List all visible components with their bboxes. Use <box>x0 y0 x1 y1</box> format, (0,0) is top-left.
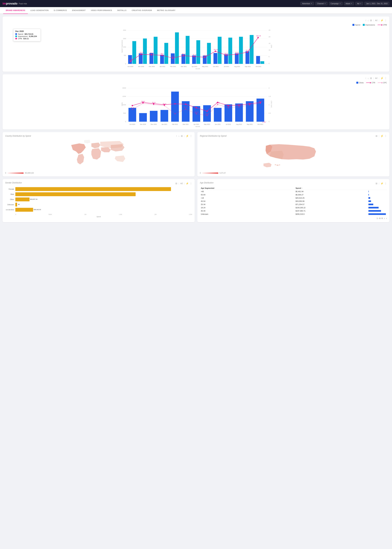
age-cell: 18-24 <box>200 206 295 209</box>
svg-point-137 <box>260 103 261 104</box>
advertiser-filter[interactable]: Advertiser ▼ <box>300 2 314 5</box>
tab-e-commerce[interactable]: E-COMMERCE <box>51 7 70 14</box>
channel-filter[interactable]: Channel ▼ <box>315 2 328 5</box>
svg-rect-25 <box>175 32 179 64</box>
world-map-title: Country Distribution by Spend <box>5 135 31 137</box>
svg-point-125 <box>132 109 133 110</box>
age-bar-45-54 <box>368 200 371 202</box>
svg-rect-19 <box>143 38 147 64</box>
prev-page-button[interactable]: ‹ <box>384 217 385 220</box>
sort-up-world[interactable]: ↑ <box>176 135 177 137</box>
sort-down-icon2[interactable]: ↓ <box>368 77 369 79</box>
svg-text:$1.48: $1.48 <box>216 102 220 104</box>
az-sort-icon[interactable]: AZ <box>375 19 378 21</box>
us-map-title: Regional Distribution by Spend <box>200 135 226 137</box>
svg-text:CTR / CPC: CTR / CPC <box>271 101 272 108</box>
svg-point-42 <box>130 61 131 62</box>
tab-lead-generation[interactable]: LEAD GENERATION <box>28 7 51 14</box>
svg-point-135 <box>238 106 240 107</box>
more-world[interactable]: ⋮ <box>190 135 192 137</box>
more-gender[interactable]: ⋮ <box>190 182 192 185</box>
campaign-filter[interactable]: Campaign ▼ <box>329 2 343 5</box>
svg-text:$1.22: $1.22 <box>163 103 166 105</box>
az-gender[interactable]: AZ <box>180 183 183 184</box>
age-distribution-table: Age Segmented Spend ↑ >65 $5,461.94 55-6… <box>200 186 387 216</box>
age-cell: Unknown <box>200 212 295 216</box>
gender-label-other: Other <box>5 199 14 200</box>
svg-text:0: 0 <box>125 121 126 122</box>
lightning-gender[interactable]: ⚡ <box>186 182 189 185</box>
camera-icon2[interactable]: ⊞ <box>370 77 372 79</box>
svg-rect-22 <box>160 55 164 64</box>
tab-installs[interactable]: INSTALLS <box>115 7 129 14</box>
lightning-icon[interactable]: ⚡ <box>381 19 383 22</box>
svg-text:Jun 2021: Jun 2021 <box>213 66 219 67</box>
svg-rect-107 <box>214 108 222 122</box>
camera-age[interactable]: ⊞ <box>376 182 378 185</box>
logo-im: im <box>3 2 6 5</box>
gender-label-not-identified: not identified <box>5 209 14 211</box>
sort-down-icon[interactable]: ↓ <box>368 19 369 22</box>
camera-gender[interactable]: ⊞ <box>175 182 177 185</box>
tab-brand-awareness[interactable]: BRAND AWARENESS <box>3 7 28 14</box>
svg-rect-108 <box>224 104 232 122</box>
chart1-toolbar: ↑ ↓ ⊞ | AZ | ⚡ ⋮ <box>365 19 387 22</box>
table-row: Unknown $269,319.9 <box>200 212 387 216</box>
svg-point-44 <box>151 54 152 56</box>
gender-bar-female: Female $2,299,894.59 <box>5 187 192 191</box>
divider: | <box>373 19 374 21</box>
next-page-button[interactable]: › <box>386 217 387 220</box>
svg-text:Jan 2021: Jan 2021 <box>160 66 165 67</box>
tab-metric-glossary[interactable]: METRIC GLOSSARY <box>154 7 178 14</box>
lightning-age[interactable]: ⚡ <box>381 182 383 185</box>
tab-engagement[interactable]: ENGAGEMENT <box>70 7 88 14</box>
sort-up-icon2[interactable]: ↑ <box>365 77 366 79</box>
camera-us[interactable]: ⊞ <box>376 135 378 137</box>
svg-text:Feb 2021: Feb 2021 <box>170 66 176 67</box>
adset-filter[interactable]: Adset ▼ <box>344 2 354 5</box>
svg-text:150K: 150K <box>122 95 126 97</box>
more-options-icon[interactable]: ⋮ <box>385 19 387 22</box>
more-options-icon2[interactable]: ⋮ <box>385 77 387 79</box>
tooltip-impressions-value: 8,280,234 <box>29 35 37 37</box>
svg-text:200K: 200K <box>122 87 126 89</box>
svg-text:Oct 2021: Oct 2021 <box>256 66 261 67</box>
logo: improvado Paid Ads <box>3 2 27 5</box>
sort-down-world[interactable]: ↓ <box>178 135 180 137</box>
lightning-world[interactable]: ⚡ <box>186 135 189 137</box>
svg-rect-165 <box>275 164 276 165</box>
svg-text:Jun 2021: Jun 2021 <box>215 124 221 125</box>
us-map-scale: 0 9,271.57 <box>200 172 387 174</box>
svg-text:1: 1 <box>269 104 269 106</box>
col-spend[interactable]: Spend ↑ <box>295 186 367 190</box>
svg-text:Sep 2021: Sep 2021 <box>245 66 251 67</box>
more-us[interactable]: ⋮ <box>385 135 387 137</box>
bar-impressions-oct2020 <box>132 41 136 64</box>
more-age[interactable]: ⋮ <box>385 182 387 185</box>
svg-point-116 <box>174 103 176 105</box>
svg-point-51 <box>225 54 227 56</box>
svg-text:Nov 2020: Nov 2020 <box>140 124 146 125</box>
legend-ctr: CTR <box>366 82 375 84</box>
camera-world[interactable]: ⊞ <box>181 135 183 137</box>
svg-point-50 <box>215 50 216 52</box>
lightning-icon2[interactable]: ⚡ <box>381 77 383 79</box>
bar-cell <box>367 196 387 200</box>
svg-text:$1.64: $1.64 <box>259 101 262 102</box>
bar-cell <box>367 190 387 193</box>
camera-icon[interactable]: ⊞ <box>370 19 372 22</box>
date-range-filter[interactable]: Jan 1, 2021 - Dec 31, 2022 <box>364 2 389 5</box>
spend-cell: $159,205.22 <box>295 206 367 209</box>
gender-label-female: Female <box>5 188 14 190</box>
gender-toolbar: ⊞ | AZ | ⚡ ⋮ <box>175 182 192 185</box>
svg-text:$1.25: $1.25 <box>238 104 241 106</box>
az-sort-icon2[interactable]: AZ <box>375 77 378 79</box>
sort-up-icon[interactable]: ↑ <box>365 19 366 22</box>
ad-filter[interactable]: Ad ▼ <box>355 2 363 5</box>
gender-chart-area: Female $2,299,894.59 Male $1,777,039.31 <box>5 187 192 212</box>
svg-text:$10.11: $10.11 <box>150 52 154 54</box>
impressions-legend-box <box>363 24 365 26</box>
tab-video-performance[interactable]: VIDEO PERFORMANCE <box>88 7 115 14</box>
tab-creative-overview[interactable]: CREATIVE OVERVIEW <box>129 7 154 14</box>
lightning-us[interactable]: ⚡ <box>381 135 383 137</box>
